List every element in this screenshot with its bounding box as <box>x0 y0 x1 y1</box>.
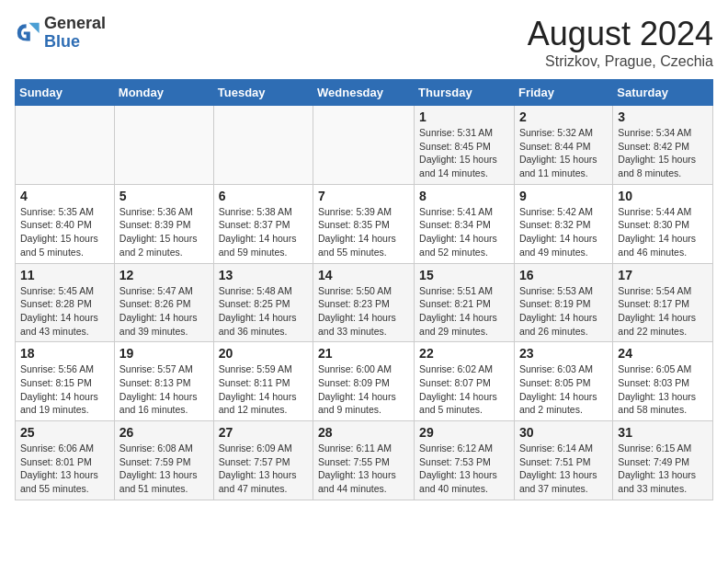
day-cell: 7Sunrise: 5:39 AMSunset: 8:35 PMDaylight… <box>313 184 415 263</box>
header-cell-thursday: Thursday <box>415 80 515 106</box>
day-info: Sunrise: 6:03 AMSunset: 8:05 PMDaylight:… <box>519 362 608 417</box>
day-cell: 17Sunrise: 5:54 AMSunset: 8:17 PMDayligh… <box>613 263 713 342</box>
day-number: 27 <box>219 425 308 440</box>
day-cell: 5Sunrise: 5:36 AMSunset: 8:39 PMDaylight… <box>114 184 213 263</box>
day-info: Sunrise: 5:56 AMSunset: 8:15 PMDaylight:… <box>20 362 109 417</box>
day-info: Sunrise: 6:11 AMSunset: 7:55 PMDaylight:… <box>318 442 409 496</box>
day-number: 10 <box>618 189 708 203</box>
logo: General Blue <box>15 15 106 52</box>
week-row-1: 1Sunrise: 5:31 AMSunset: 8:45 PMDaylight… <box>16 106 713 185</box>
day-info: Sunrise: 5:42 AMSunset: 8:32 PMDaylight:… <box>519 205 608 259</box>
day-cell <box>313 106 415 185</box>
day-number: 8 <box>419 189 509 203</box>
logo-general-text: General <box>44 15 106 33</box>
week-row-5: 25Sunrise: 6:06 AMSunset: 8:01 PMDayligh… <box>16 421 713 500</box>
day-cell: 3Sunrise: 5:34 AMSunset: 8:42 PMDaylight… <box>613 106 713 185</box>
day-number: 7 <box>318 189 409 203</box>
day-cell <box>213 106 313 185</box>
day-cell: 6Sunrise: 5:38 AMSunset: 8:37 PMDaylight… <box>213 184 313 263</box>
day-info: Sunrise: 5:45 AMSunset: 8:28 PMDaylight:… <box>20 284 109 339</box>
day-cell: 28Sunrise: 6:11 AMSunset: 7:55 PMDayligh… <box>313 421 415 500</box>
day-info: Sunrise: 5:32 AMSunset: 8:44 PMDaylight:… <box>519 126 608 180</box>
day-cell: 4Sunrise: 5:35 AMSunset: 8:40 PMDaylight… <box>16 184 115 263</box>
day-cell: 11Sunrise: 5:45 AMSunset: 8:28 PMDayligh… <box>16 263 115 342</box>
day-cell: 27Sunrise: 6:09 AMSunset: 7:57 PMDayligh… <box>213 421 313 500</box>
day-cell: 16Sunrise: 5:53 AMSunset: 8:19 PMDayligh… <box>514 263 612 342</box>
day-info: Sunrise: 6:14 AMSunset: 7:51 PMDaylight:… <box>519 442 608 496</box>
day-info: Sunrise: 5:39 AMSunset: 8:35 PMDaylight:… <box>318 205 409 259</box>
header-cell-sunday: Sunday <box>16 80 115 106</box>
day-number: 20 <box>219 346 308 361</box>
day-info: Sunrise: 5:41 AMSunset: 8:34 PMDaylight:… <box>419 205 509 259</box>
day-info: Sunrise: 5:54 AMSunset: 8:17 PMDaylight:… <box>618 284 708 339</box>
day-info: Sunrise: 5:44 AMSunset: 8:30 PMDaylight:… <box>618 205 708 259</box>
day-info: Sunrise: 5:31 AMSunset: 8:45 PMDaylight:… <box>419 126 509 180</box>
day-cell: 20Sunrise: 5:59 AMSunset: 8:11 PMDayligh… <box>213 342 313 421</box>
day-cell: 23Sunrise: 6:03 AMSunset: 8:05 PMDayligh… <box>514 342 612 421</box>
day-number: 28 <box>318 425 409 440</box>
day-number: 31 <box>618 425 708 440</box>
day-cell: 30Sunrise: 6:14 AMSunset: 7:51 PMDayligh… <box>514 421 612 500</box>
day-cell: 2Sunrise: 5:32 AMSunset: 8:44 PMDaylight… <box>514 106 612 185</box>
day-number: 26 <box>119 425 209 440</box>
logo-icon <box>15 20 40 46</box>
header-cell-monday: Monday <box>114 80 213 106</box>
day-number: 4 <box>20 189 109 203</box>
day-cell: 18Sunrise: 5:56 AMSunset: 8:15 PMDayligh… <box>16 342 115 421</box>
day-info: Sunrise: 5:48 AMSunset: 8:25 PMDaylight:… <box>219 284 308 339</box>
day-cell: 8Sunrise: 5:41 AMSunset: 8:34 PMDaylight… <box>415 184 515 263</box>
header-cell-saturday: Saturday <box>613 80 713 106</box>
day-number: 30 <box>519 425 608 440</box>
logo-text: General Blue <box>44 15 106 52</box>
day-cell: 15Sunrise: 5:51 AMSunset: 8:21 PMDayligh… <box>415 263 515 342</box>
week-row-2: 4Sunrise: 5:35 AMSunset: 8:40 PMDaylight… <box>16 184 713 263</box>
day-cell: 12Sunrise: 5:47 AMSunset: 8:26 PMDayligh… <box>114 263 213 342</box>
day-number: 21 <box>318 346 409 361</box>
day-cell: 9Sunrise: 5:42 AMSunset: 8:32 PMDaylight… <box>514 184 612 263</box>
day-info: Sunrise: 5:50 AMSunset: 8:23 PMDaylight:… <box>318 284 409 339</box>
month-title: August 2024 <box>528 15 713 53</box>
day-number: 15 <box>419 268 509 282</box>
day-info: Sunrise: 5:57 AMSunset: 8:13 PMDaylight:… <box>119 362 209 417</box>
day-cell: 31Sunrise: 6:15 AMSunset: 7:49 PMDayligh… <box>613 421 713 500</box>
day-number: 13 <box>219 268 308 282</box>
day-number: 2 <box>519 109 608 124</box>
day-info: Sunrise: 6:05 AMSunset: 8:03 PMDaylight:… <box>618 362 708 417</box>
day-info: Sunrise: 6:08 AMSunset: 7:59 PMDaylight:… <box>119 442 209 496</box>
day-number: 16 <box>519 268 608 282</box>
day-number: 24 <box>618 346 708 361</box>
day-cell <box>16 106 115 185</box>
calendar-header: SundayMondayTuesdayWednesdayThursdayFrid… <box>16 80 713 106</box>
day-info: Sunrise: 6:02 AMSunset: 8:07 PMDaylight:… <box>419 362 509 417</box>
day-number: 6 <box>219 189 308 203</box>
day-info: Sunrise: 5:35 AMSunset: 8:40 PMDaylight:… <box>20 205 109 259</box>
day-number: 25 <box>20 425 109 440</box>
week-row-4: 18Sunrise: 5:56 AMSunset: 8:15 PMDayligh… <box>16 342 713 421</box>
day-number: 19 <box>119 346 209 361</box>
day-info: Sunrise: 5:47 AMSunset: 8:26 PMDaylight:… <box>119 284 209 339</box>
day-info: Sunrise: 5:34 AMSunset: 8:42 PMDaylight:… <box>618 126 708 180</box>
day-cell: 14Sunrise: 5:50 AMSunset: 8:23 PMDayligh… <box>313 263 415 342</box>
day-cell: 24Sunrise: 6:05 AMSunset: 8:03 PMDayligh… <box>613 342 713 421</box>
day-cell: 22Sunrise: 6:02 AMSunset: 8:07 PMDayligh… <box>415 342 515 421</box>
day-info: Sunrise: 6:15 AMSunset: 7:49 PMDaylight:… <box>618 442 708 496</box>
day-cell: 19Sunrise: 5:57 AMSunset: 8:13 PMDayligh… <box>114 342 213 421</box>
day-info: Sunrise: 6:09 AMSunset: 7:57 PMDaylight:… <box>219 442 308 496</box>
day-number: 29 <box>419 425 509 440</box>
day-number: 12 <box>119 268 209 282</box>
day-number: 14 <box>318 268 409 282</box>
day-cell <box>114 106 213 185</box>
day-number: 3 <box>618 109 708 124</box>
day-info: Sunrise: 6:00 AMSunset: 8:09 PMDaylight:… <box>318 362 409 417</box>
header-cell-tuesday: Tuesday <box>213 80 313 106</box>
day-cell: 13Sunrise: 5:48 AMSunset: 8:25 PMDayligh… <box>213 263 313 342</box>
day-number: 11 <box>20 268 109 282</box>
day-number: 9 <box>519 189 608 203</box>
day-number: 17 <box>618 268 708 282</box>
day-cell: 26Sunrise: 6:08 AMSunset: 7:59 PMDayligh… <box>114 421 213 500</box>
page-header: General Blue August 2024 Strizkov, Pragu… <box>15 15 713 70</box>
day-number: 18 <box>20 346 109 361</box>
header-cell-wednesday: Wednesday <box>313 80 415 106</box>
day-info: Sunrise: 5:51 AMSunset: 8:21 PMDaylight:… <box>419 284 509 339</box>
day-number: 1 <box>419 109 509 124</box>
